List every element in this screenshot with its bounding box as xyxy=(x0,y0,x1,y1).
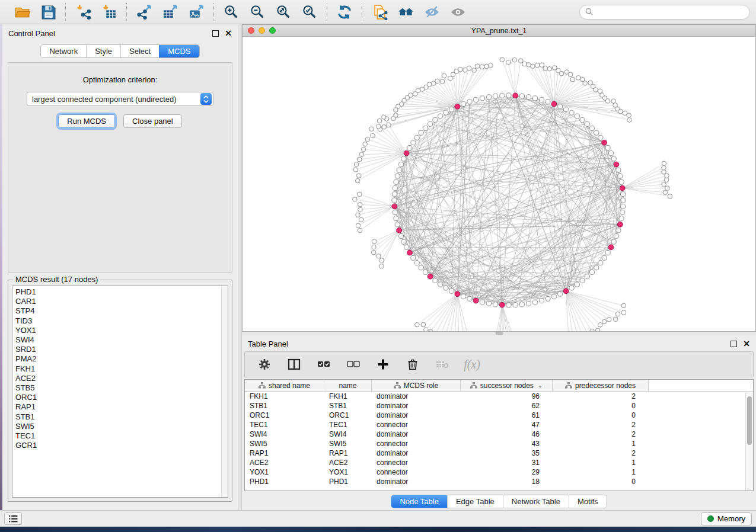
cell-predecessor-nodes[interactable]: 1 xyxy=(553,440,649,448)
open-folder-button[interactable] xyxy=(11,2,33,21)
mcds-result-item[interactable]: ORC1 xyxy=(15,393,228,402)
mcds-result-item[interactable]: YOX1 xyxy=(15,326,228,335)
cell-shared-name[interactable]: STB1 xyxy=(245,402,324,410)
task-history-button[interactable] xyxy=(4,512,22,525)
column-header-name[interactable]: name xyxy=(324,380,372,391)
cell-MCDS-role[interactable]: dominator xyxy=(372,430,461,438)
column-settings-button[interactable] xyxy=(257,357,272,372)
cell-shared-name[interactable]: PHD1 xyxy=(245,477,324,486)
vertical-splitter[interactable] xyxy=(238,24,242,510)
cell-predecessor-nodes[interactable]: 1 xyxy=(553,459,649,467)
cell-MCDS-role[interactable]: dominator xyxy=(372,402,461,410)
tab-mcds[interactable]: MCDS xyxy=(159,45,199,57)
hide-selected-button[interactable] xyxy=(420,2,443,21)
cell-shared-name[interactable]: YOX1 xyxy=(245,468,324,476)
cell-name[interactable]: YOX1 xyxy=(324,468,372,476)
network-titlebar[interactable]: YPA_prune.txt_1 xyxy=(243,25,755,37)
tab-select[interactable]: Select xyxy=(120,45,159,57)
create-column-button[interactable] xyxy=(375,357,391,372)
mcds-result-item[interactable]: SRD1 xyxy=(15,345,228,354)
float-table-panel-icon[interactable] xyxy=(731,341,737,347)
cell-shared-name[interactable]: ORC1 xyxy=(245,411,324,419)
mcds-result-item[interactable]: CAR1 xyxy=(15,297,228,306)
tab-network[interactable]: Network xyxy=(41,45,86,57)
search-input[interactable] xyxy=(596,8,744,17)
cell-predecessor-nodes[interactable]: 2 xyxy=(553,449,649,457)
import-table-button[interactable] xyxy=(98,2,120,21)
cell-name[interactable]: PHD1 xyxy=(324,477,372,486)
show-all-button[interactable] xyxy=(446,2,469,21)
delete-column-button[interactable] xyxy=(405,357,420,372)
table-row[interactable]: SWI4SWI4dominator462 xyxy=(245,430,753,439)
cell-name[interactable]: ORC1 xyxy=(324,411,372,419)
column-header-shared-name[interactable]: shared name xyxy=(245,380,324,391)
mcds-result-item[interactable]: STB1 xyxy=(15,412,228,422)
tab-node-table[interactable]: Node Table xyxy=(391,495,447,508)
cell-successor-nodes[interactable]: 47 xyxy=(461,421,553,429)
network-canvas[interactable] xyxy=(243,37,755,331)
mcds-result-item[interactable]: GCR1 xyxy=(15,441,228,450)
column-header-MCDS-role[interactable]: MCDS role xyxy=(372,380,461,391)
mcds-result-item[interactable]: FKH1 xyxy=(15,364,228,374)
cell-successor-nodes[interactable]: 46 xyxy=(461,430,553,438)
cell-successor-nodes[interactable]: 29 xyxy=(461,468,553,476)
close-table-panel-icon[interactable]: ✕ xyxy=(743,341,750,347)
cell-MCDS-role[interactable]: connector xyxy=(372,421,461,429)
close-panel-icon[interactable]: ✕ xyxy=(225,30,232,37)
mcds-result-list[interactable]: PHD1CAR1STP4TID3YOX1SWI4SRD1PMA2FKH1ACE2… xyxy=(12,286,228,498)
show-columns-button[interactable] xyxy=(286,357,302,372)
cell-name[interactable]: TEC1 xyxy=(324,421,372,429)
export-image-button[interactable] xyxy=(185,2,208,21)
cell-shared-name[interactable]: ACE2 xyxy=(245,459,324,467)
cell-MCDS-role[interactable]: dominator xyxy=(372,411,461,419)
criterion-dropdown[interactable]: largest connected component (undirected) xyxy=(27,92,213,106)
cell-shared-name[interactable]: SWI4 xyxy=(245,430,324,438)
cell-shared-name[interactable]: TEC1 xyxy=(245,421,324,429)
table-scrollbar-thumb[interactable] xyxy=(747,396,752,445)
tab-style[interactable]: Style xyxy=(86,45,120,57)
cell-successor-nodes[interactable]: 62 xyxy=(461,402,553,410)
table-row[interactable]: YOX1YOX1connector291 xyxy=(245,467,753,477)
table-row[interactable]: FKH1FKH1dominator962 xyxy=(245,392,753,401)
table-row[interactable]: ORC1ORC1dominator610 xyxy=(245,411,753,420)
cell-predecessor-nodes[interactable]: 0 xyxy=(553,477,649,486)
mcds-result-item[interactable]: STP4 xyxy=(15,306,228,316)
cell-name[interactable]: STB1 xyxy=(324,402,372,410)
cell-MCDS-role[interactable]: dominator xyxy=(372,477,461,486)
mcds-result-item[interactable]: TID3 xyxy=(15,316,228,326)
cell-name[interactable]: FKH1 xyxy=(324,392,372,400)
table-scrollbar[interactable] xyxy=(745,392,753,491)
cell-successor-nodes[interactable]: 31 xyxy=(461,459,553,467)
table-row[interactable]: RAP1RAP1dominator352 xyxy=(245,448,753,458)
column-header-successor-nodes[interactable]: successor nodes⌄ xyxy=(461,380,553,391)
mcds-list-scrollbar[interactable] xyxy=(221,286,228,497)
table-row[interactable]: PHD1PHD1dominator180 xyxy=(245,477,753,486)
zoom-in-button[interactable] xyxy=(220,2,243,21)
mcds-result-item[interactable]: SWI5 xyxy=(15,422,228,431)
cell-predecessor-nodes[interactable]: 0 xyxy=(553,402,649,410)
export-table-button[interactable] xyxy=(159,2,181,21)
cell-MCDS-role[interactable]: connector xyxy=(372,459,461,467)
duplicate-network-button[interactable] xyxy=(368,2,391,21)
mcds-result-item[interactable]: PMA2 xyxy=(15,354,228,364)
cell-name[interactable]: ACE2 xyxy=(324,459,372,467)
mcds-result-item[interactable]: ACE2 xyxy=(15,374,228,383)
save-button[interactable] xyxy=(37,2,59,21)
cell-successor-nodes[interactable]: 35 xyxy=(461,449,553,457)
tab-edge-table[interactable]: Edge Table xyxy=(447,495,503,508)
memory-button[interactable]: Memory xyxy=(701,512,752,525)
cell-name[interactable]: RAP1 xyxy=(324,449,372,457)
cell-predecessor-nodes[interactable]: 2 xyxy=(553,430,649,438)
tab-network-table[interactable]: Network Table xyxy=(503,495,569,508)
tab-motifs[interactable]: Motifs xyxy=(569,495,607,508)
cell-name[interactable]: SWI5 xyxy=(324,440,372,448)
cell-MCDS-role[interactable]: dominator xyxy=(372,392,461,400)
mcds-result-item[interactable]: RAP1 xyxy=(15,402,228,412)
close-panel-button[interactable]: Close panel xyxy=(123,114,182,128)
first-neighbors-button[interactable] xyxy=(394,2,417,21)
import-network-button[interactable] xyxy=(72,2,94,21)
mcds-result-item[interactable]: PHD1 xyxy=(15,287,228,297)
cell-shared-name[interactable]: FKH1 xyxy=(245,392,324,400)
cell-shared-name[interactable]: RAP1 xyxy=(245,449,324,457)
cell-MCDS-role[interactable]: connector xyxy=(372,440,461,448)
